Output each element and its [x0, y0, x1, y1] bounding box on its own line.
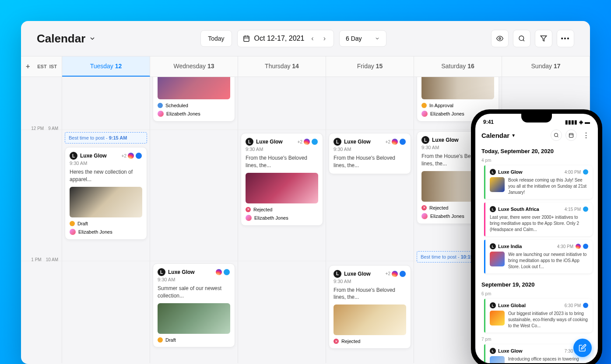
phone-calendar-button[interactable]	[565, 130, 577, 141]
brand-avatar: L	[246, 138, 253, 146]
phone-header: Calendar ▼ ⋮	[475, 127, 598, 144]
chevron-down-icon: ▼	[511, 133, 516, 138]
edit-icon	[579, 344, 586, 352]
facebook-icon	[399, 138, 406, 145]
day-col-thu: L Luxe Glow +2 9:30 AM From the House's …	[238, 77, 326, 363]
time-marker: 6 pm	[475, 290, 598, 297]
phone-post-card[interactable]: LLuxe South Africa4:15 PM Last year, the…	[484, 203, 593, 236]
add-timezone-button[interactable]: +	[26, 63, 35, 70]
search-icon	[554, 133, 559, 138]
phone-search-button[interactable]	[551, 130, 562, 141]
wifi-icon: ◈	[579, 119, 583, 125]
user-avatar	[70, 229, 76, 235]
brand-avatar: L	[334, 138, 341, 146]
day-header-sat[interactable]: Saturday 16	[414, 56, 502, 77]
post-card[interactable]: L Luxe Glow +2 9:30 AM From the House's …	[241, 133, 323, 226]
date-header: September 19, 2020	[475, 277, 598, 290]
instagram-icon	[127, 152, 134, 159]
tz-ist: IST	[49, 64, 57, 69]
filter-icon	[540, 35, 547, 42]
facebook-icon	[583, 303, 588, 308]
timezone-column: + EST IST	[21, 56, 62, 77]
time-gutter: 12 PM9 AM 1 PM10 AM	[21, 77, 62, 363]
date-range-text: Oct 12-17, 2021	[254, 35, 305, 42]
search-button[interactable]	[513, 30, 530, 47]
prev-arrow[interactable]: ‹	[309, 34, 316, 43]
post-card[interactable]: L Luxe Glow +2 9:30 AM From the House's …	[329, 133, 411, 174]
search-icon	[518, 35, 525, 42]
thumbnail	[490, 356, 505, 363]
day-header-fri[interactable]: Friday 15	[326, 56, 414, 77]
phone-mockup: 9:41 ▮▮▮▮ ◈ ▬ Calendar ▼ ⋮ Today, Septem…	[471, 109, 602, 364]
more-icon: •••	[561, 35, 570, 42]
phone-more-button[interactable]: ⋮	[580, 130, 592, 141]
user-avatar	[158, 111, 164, 117]
calendar-icon	[243, 35, 250, 42]
day-header-sun[interactable]: Sunday 17	[502, 56, 590, 77]
instagram-icon	[391, 270, 398, 277]
post-image	[334, 304, 406, 335]
view-select[interactable]: 6 Day	[339, 30, 386, 47]
rejected-status-icon: ✕	[421, 205, 427, 210]
svg-point-5	[519, 36, 524, 41]
svg-point-4	[499, 38, 501, 39]
thumbnail	[490, 311, 505, 326]
instagram-icon	[303, 138, 310, 145]
day-col-tue: Best time to post - 9:15 AM L Luxe Glow …	[62, 77, 150, 363]
more-button[interactable]: •••	[557, 30, 574, 47]
day-header-tue[interactable]: Tuesday 12	[62, 56, 150, 77]
day-headers: + EST IST Tuesday 12 Wednesday 13 Thursd…	[21, 56, 590, 77]
page-title[interactable]: Calendar	[37, 32, 96, 46]
post-card[interactable]: L Luxe Glow +2 9:30 AM Heres the new col…	[65, 147, 147, 240]
thumbnail	[490, 177, 505, 192]
brand-avatar: L	[334, 270, 341, 278]
post-image	[246, 173, 318, 203]
post-card[interactable]: L Luxe Glow +2 9:30 AM From the House's …	[329, 265, 411, 349]
twitter-icon	[583, 169, 588, 175]
chevron-down-icon	[375, 36, 380, 41]
thumbnail	[490, 252, 505, 266]
instagram-icon	[215, 269, 222, 276]
post-card[interactable]: Scheduled Elizabeth Jones	[153, 77, 235, 122]
brand-avatar: L	[421, 136, 429, 144]
phone-post-card[interactable]: LLuxe Global6:30 PM Our biggest initiati…	[484, 299, 593, 332]
best-time-badge[interactable]: Best time to post - 9:15 AM	[65, 132, 147, 144]
approval-status-icon	[421, 103, 427, 108]
svg-marker-7	[541, 36, 546, 41]
svg-rect-10	[569, 133, 573, 137]
date-range-picker[interactable]: Oct 12-17, 2021 ‹ ›	[237, 30, 334, 47]
signal-icon: ▮▮▮▮	[565, 119, 577, 125]
twitter-icon	[223, 269, 230, 276]
facebook-icon	[583, 244, 588, 249]
twitter-icon	[311, 138, 318, 145]
brand-avatar: L	[70, 152, 77, 160]
day-col-wed: Scheduled Elizabeth Jones L Luxe Glow 9:…	[150, 77, 238, 363]
next-arrow[interactable]: ›	[321, 34, 328, 43]
day-header-wed[interactable]: Wednesday 13	[150, 56, 238, 77]
chevron-down-icon	[89, 35, 96, 42]
svg-line-6	[523, 40, 524, 41]
today-button[interactable]: Today	[200, 30, 232, 47]
post-image	[421, 77, 494, 99]
phone-title[interactable]: Calendar ▼	[481, 132, 516, 139]
brand-avatar: L	[158, 268, 165, 276]
day-header-thu[interactable]: Thursday 14	[238, 56, 326, 77]
phone-post-card[interactable]: LLuxe Glow4:00 PM Book release coming up…	[484, 165, 593, 199]
battery-icon: ▬	[585, 119, 590, 125]
rejected-status-icon: ✕	[334, 339, 339, 344]
svg-rect-0	[244, 36, 249, 42]
calendar-icon	[569, 133, 574, 138]
date-header: Today, September 20, 2020	[475, 144, 598, 157]
phone-post-card[interactable]: LLuxe India4:30 PM We are launching our …	[484, 240, 593, 273]
draft-status-icon	[158, 337, 163, 343]
scheduled-status-icon	[158, 103, 163, 108]
filter-button[interactable]	[535, 30, 552, 47]
compose-fab[interactable]	[573, 339, 592, 357]
page-title-text: Calendar	[37, 32, 85, 46]
svg-line-9	[557, 136, 558, 137]
twitter-icon	[583, 206, 588, 212]
post-card[interactable]: L Luxe Glow 9:30 AM Summer sale of our n…	[153, 263, 235, 347]
header: Calendar Today Oct 12-17, 2021 ‹ › 6 Day…	[21, 21, 590, 56]
visibility-button[interactable]	[491, 30, 509, 47]
time-marker: 4 pm	[475, 157, 598, 164]
